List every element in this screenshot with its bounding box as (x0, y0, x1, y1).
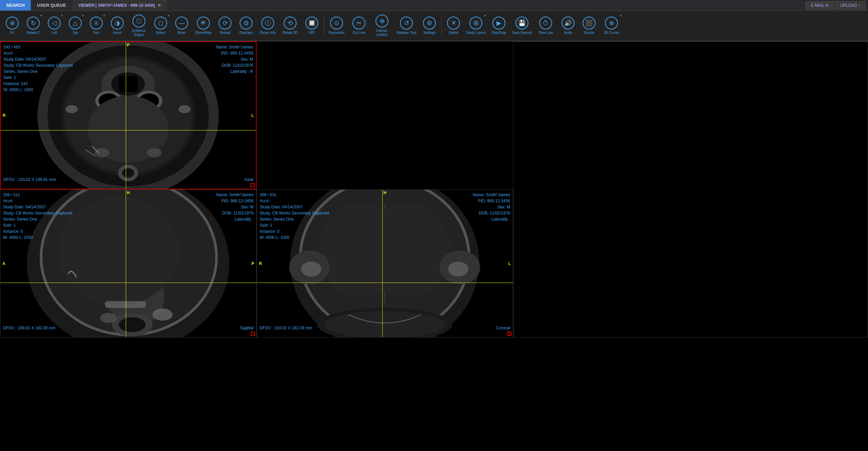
toolbar-separator-2 (441, 16, 442, 36)
arrow-icon: ▾ (620, 14, 622, 17)
tab-user-queue[interactable]: USER QUEUE (31, 0, 72, 11)
sagittal-ct-image (0, 190, 256, 337)
viewport-sagittal[interactable]: H A P 256 / 511 Acc#: Study Date: 04/14/… (0, 189, 257, 337)
email-button[interactable]: E-MAIL ✉ (806, 1, 834, 9)
sort-icon: ≡ (90, 17, 103, 29)
tool-enhance-edges-label: Enhance Edges (129, 29, 149, 37)
tool-top-label: Top (73, 31, 78, 35)
tool-dicom-info[interactable]: ⓘ Dicom Info (257, 12, 279, 40)
axial-corner-indicator (250, 183, 255, 187)
coronal-ct-image (257, 190, 513, 337)
tool-rotate-3d[interactable]: ⟲ Rotate 3D (279, 12, 301, 40)
tool-top[interactable]: ▾ △ Top (65, 12, 85, 40)
tool-select[interactable]: ▾ ◻ Select (150, 12, 171, 40)
tab-close-icon[interactable]: ✕ (158, 3, 161, 8)
tool-fit[interactable]: ⊕ Fit (2, 12, 22, 40)
tool-audio-label: Audio (564, 31, 572, 35)
rotation-tool-icon: ↺ (400, 17, 413, 29)
study-layout-icon: ⊞ (469, 17, 482, 29)
tool-audio[interactable]: 🔊 Audio (558, 12, 578, 40)
cut-line-icon: ✂ (352, 17, 365, 29)
tool-time-line-label: Time Line (538, 31, 553, 35)
tool-cut-line[interactable]: ✂ Cut Line (348, 12, 370, 40)
save-derived-icon: 💾 (516, 17, 528, 29)
svg-point-15 (95, 148, 109, 158)
arrow-icon: ▾ (40, 14, 42, 17)
tool-rotation-tool-label: Rotation Tool (397, 31, 416, 35)
left-icon: ◁ (48, 17, 61, 29)
tab-viewer[interactable]: VIEWER [ SMITH^JAMES - 999-12-3456] ✕ (72, 0, 167, 11)
tool-3d-cursor[interactable]: ▾ ⊕ 3D Cursor (600, 12, 623, 40)
tool-delete-label: Delete (449, 31, 459, 35)
top-icon: △ (69, 17, 82, 29)
tool-time-line[interactable]: ⏱ Time Line (534, 12, 557, 40)
tool-cephalometric[interactable]: ⊗ Cephal-ometric (370, 12, 393, 40)
tool-rotate-3d-label: Rotate 3D (282, 31, 298, 35)
vrt-icon: 🔲 (305, 17, 318, 29)
arrow-icon: ▾ (103, 14, 105, 17)
cephalometric-icon: ⊗ (376, 15, 388, 27)
tool-rotate-c[interactable]: ▾ ↻ Rotate C (23, 12, 43, 40)
tool-save-derived-label: Save Derived (512, 31, 532, 35)
viewport-empty[interactable] (513, 41, 868, 337)
viewer-area: P R L 242 / 483 Acc#: Study Date: 04/14/… (0, 41, 868, 451)
tool-vrt[interactable]: 🔲 VRT (302, 12, 322, 40)
tool-ruler[interactable]: — Ruler (171, 12, 192, 40)
toolbar: ⊕ Fit ▾ ↻ Rotate C ▾ ◁ Left ▾ △ Top ▾ ≡ … (0, 11, 868, 41)
reload-icon: ⟳ (219, 17, 231, 29)
tool-vrt-label: VRT (308, 31, 315, 35)
viewport-axial[interactable]: P R L 242 / 483 Acc#: Study Date: 04/14/… (0, 41, 257, 189)
audio-icon: 🔊 (562, 17, 574, 29)
svg-point-16 (147, 148, 162, 158)
tool-settings[interactable]: ⚙ Settings (419, 12, 440, 40)
tool-study-layout-label: Study Layout (466, 31, 486, 35)
tool-invert[interactable]: ◑ Invert (107, 12, 127, 40)
tool-fit-label: Fit (10, 31, 14, 35)
tool-shutter[interactable]: ⬛ Shutter (579, 12, 599, 40)
top-bar-actions: E-MAIL ✉ UPLOAD ↑ (806, 1, 868, 9)
tool-delete[interactable]: ✕ Delete (443, 12, 464, 40)
tool-reload[interactable]: ⟳ Reload (215, 12, 235, 40)
play-stop-icon: ▶ (492, 17, 505, 29)
settings-icon: ⚙ (423, 17, 436, 29)
tool-enhance-edges[interactable]: ⬡ Enhance Edges (128, 12, 150, 40)
tool-dicom-info-label: Dicom Info (260, 31, 276, 35)
tab-search[interactable]: SEARCH (0, 0, 31, 11)
delete-icon: ✕ (447, 17, 460, 29)
tool-cephalometric-label: Cephal-ometric (371, 29, 393, 37)
tool-select-label: Select (156, 31, 165, 35)
overlays-icon: ⧉ (240, 17, 253, 29)
panoramic-icon: ⊙ (330, 17, 343, 29)
tool-overlays-label: Overlays (239, 31, 253, 35)
tool-3d-cursor-label: 3D Cursor (604, 31, 619, 35)
viewport-coronal[interactable]: H R L 266 / 531 Acc#: Study Date: 04/14/… (257, 189, 513, 337)
tool-panoramic-label: Panoramic (328, 31, 345, 35)
time-line-icon: ⏱ (539, 17, 552, 29)
3d-cursor-icon: ⊕ (605, 17, 618, 29)
upload-button[interactable]: UPLOAD ↑ (835, 1, 865, 9)
tool-play-stop-label: Play/Stop (492, 31, 506, 35)
tool-overlays[interactable]: ⧉ Overlays (236, 12, 256, 40)
arrow-icon: ▾ (82, 14, 84, 17)
sagittal-corner-indicator (251, 332, 255, 336)
tool-sort[interactable]: ▾ ≡ Sort (86, 12, 106, 40)
tool-rotation-tool[interactable]: ↺ Rotation Tool (394, 12, 419, 40)
arrow-icon: ▾ (168, 14, 169, 17)
coronal-corner-indicator (507, 332, 511, 336)
svg-point-26 (119, 317, 146, 332)
fit-icon: ⊕ (6, 17, 19, 29)
tool-study-layout[interactable]: ▾ ⊞ Study Layout (464, 12, 487, 40)
tool-left[interactable]: ▾ ◁ Left (44, 12, 64, 40)
tool-sort-label: Sort (93, 31, 99, 35)
ruler-icon: — (175, 17, 188, 29)
svg-rect-7 (119, 76, 137, 93)
svg-point-29 (100, 313, 117, 323)
tool-play-stop[interactable]: ▶ Play/Stop (488, 12, 510, 40)
svg-point-13 (66, 105, 78, 113)
svg-point-14 (179, 105, 191, 113)
tool-show-hide[interactable]: 👁 Show/Hide (193, 12, 214, 40)
svg-point-20 (122, 168, 134, 178)
tool-save-derived[interactable]: 💾 Save Derived (510, 12, 533, 40)
tool-panoramic[interactable]: ⊙ Panoramic (326, 12, 347, 40)
arrow-icon: ▾ (61, 14, 63, 17)
